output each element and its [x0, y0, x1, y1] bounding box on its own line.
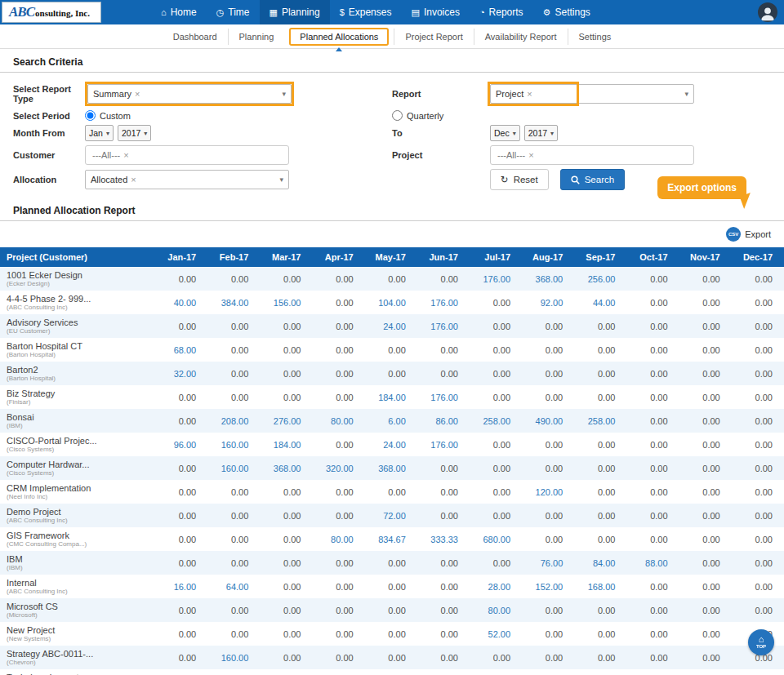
- remove-token-icon[interactable]: ×: [135, 89, 140, 99]
- allocation-value[interactable]: 76.00: [522, 551, 574, 575]
- allocation-value[interactable]: 256.00: [574, 267, 626, 291]
- allocation-value[interactable]: 176.00: [417, 433, 470, 456]
- allocation-value[interactable]: 52.00: [470, 622, 522, 646]
- allocation-value: 0.00: [155, 314, 207, 338]
- allocation-value[interactable]: 104.00: [365, 291, 417, 314]
- tab-planned-allocations[interactable]: Planned Allocations: [289, 28, 389, 46]
- allocation-value[interactable]: 92.00: [522, 291, 574, 314]
- allocation-value[interactable]: 384.00: [207, 291, 260, 314]
- table-row: CRM Implementation(Neel Info Inc)0.000.0…: [0, 480, 784, 504]
- allocation-value[interactable]: 176.00: [417, 385, 470, 409]
- tab-availability-report[interactable]: Availability Report: [474, 29, 568, 45]
- allocation-value[interactable]: 320.00: [312, 456, 364, 480]
- allocation-value[interactable]: 208.00: [207, 409, 260, 433]
- allocation-value[interactable]: 333.33: [417, 527, 470, 551]
- nav-item-settings[interactable]: ⚙Settings: [533, 0, 600, 24]
- allocation-value[interactable]: 312.00: [574, 669, 626, 675]
- allocation-value[interactable]: 80.00: [312, 527, 364, 551]
- allocation-value[interactable]: 24.00: [365, 314, 417, 338]
- allocation-value[interactable]: 834.67: [365, 527, 417, 551]
- allocation-value[interactable]: 40.00: [155, 291, 207, 314]
- tab-project-report[interactable]: Project Report: [394, 29, 473, 45]
- column-header: Dec-17: [732, 247, 784, 267]
- remove-token-icon[interactable]: ×: [527, 89, 532, 99]
- allocation-value[interactable]: 120.00: [522, 480, 574, 504]
- remove-token-icon[interactable]: ×: [528, 150, 533, 160]
- allocation-value[interactable]: 156.00: [260, 291, 312, 314]
- allocation-value[interactable]: 12.00: [470, 669, 522, 675]
- allocation-value: 0.00: [470, 291, 522, 314]
- remove-token-icon[interactable]: ×: [123, 150, 128, 160]
- allocation-value[interactable]: 168.00: [574, 575, 626, 598]
- tab-settings[interactable]: Settings: [568, 29, 622, 45]
- project-input[interactable]: ---All--- ×: [490, 145, 694, 165]
- allocation-value[interactable]: 80.00: [470, 598, 522, 622]
- allocation-value[interactable]: 160.00: [207, 456, 260, 480]
- tab-dashboard[interactable]: Dashboard: [163, 29, 228, 45]
- brand-logo[interactable]: ABC onsulting, Inc.: [2, 2, 101, 23]
- allocation-value[interactable]: 28.00: [470, 575, 522, 598]
- allocation-value[interactable]: 176.00: [470, 267, 522, 291]
- allocation-value[interactable]: 64.00: [207, 575, 260, 598]
- allocation-value[interactable]: 368.00: [260, 456, 312, 480]
- user-avatar[interactable]: [758, 2, 777, 22]
- allocation-value[interactable]: 184.00: [260, 433, 312, 456]
- allocation-value[interactable]: 84.00: [574, 551, 626, 575]
- allocation-value[interactable]: 68.00: [155, 338, 207, 362]
- period-quarterly-radio[interactable]: [392, 110, 403, 121]
- customer-input[interactable]: ---All--- ×: [85, 145, 289, 165]
- scroll-to-top-button[interactable]: ⌂ TOP: [748, 629, 774, 655]
- allocation-value[interactable]: 152.00: [522, 575, 574, 598]
- month-to-select[interactable]: Dec ▾: [490, 125, 520, 141]
- allocation-value[interactable]: 258.00: [470, 409, 522, 433]
- nav-item-planning[interactable]: ▦Planning: [260, 0, 330, 24]
- allocation-value[interactable]: 276.00: [260, 409, 312, 433]
- table-row: Microsoft CS(Microsoft)0.000.000.000.000…: [0, 598, 784, 622]
- search-button[interactable]: Search: [560, 169, 625, 190]
- allocation-value[interactable]: 32.00: [155, 362, 207, 385]
- table-row: Barton Hospital CT(Barton Hospital)68.00…: [0, 338, 784, 362]
- allocation-value[interactable]: 24.00: [365, 433, 417, 456]
- allocation-value[interactable]: 88.00: [626, 669, 679, 675]
- allocation-value[interactable]: 258.00: [574, 409, 626, 433]
- allocation-select[interactable]: Allocated × ▾: [85, 170, 289, 189]
- nav-item-reports[interactable]: ◔Reports: [470, 0, 533, 24]
- allocation-value[interactable]: 276.00: [522, 669, 574, 675]
- allocation-value[interactable]: 88.00: [679, 669, 732, 675]
- allocation-value[interactable]: 680.00: [470, 527, 522, 551]
- nav-item-time[interactable]: ◷Time: [207, 0, 260, 24]
- period-custom-radio[interactable]: [85, 110, 96, 121]
- allocation-value: 0.00: [732, 456, 784, 480]
- csv-export-button[interactable]: CSV Export: [726, 227, 771, 242]
- allocation-value[interactable]: 368.00: [522, 267, 574, 291]
- remove-token-icon[interactable]: ×: [131, 175, 136, 184]
- allocation-value: 0.00: [732, 480, 784, 504]
- report-select[interactable]: Project × ▾: [490, 84, 694, 104]
- nav-item-invoices[interactable]: ▤Invoices: [401, 0, 469, 24]
- allocation-value[interactable]: 16.00: [155, 575, 207, 598]
- allocation-value[interactable]: 176.00: [417, 314, 470, 338]
- allocation-value[interactable]: 44.00: [574, 291, 626, 314]
- allocation-value[interactable]: 176.00: [417, 291, 470, 314]
- allocation-value[interactable]: 160.00: [207, 646, 260, 669]
- reset-button[interactable]: ↻ Reset: [490, 169, 549, 190]
- table-row: Advisory Services(EU Customer)0.000.000.…: [0, 314, 784, 338]
- allocation-value[interactable]: 80.00: [312, 409, 364, 433]
- tab-planning[interactable]: Planning: [228, 29, 285, 45]
- allocation-value[interactable]: 184.00: [365, 385, 417, 409]
- year-to-select[interactable]: 2017 ▾: [524, 125, 558, 141]
- allocation-value[interactable]: 96.00: [155, 433, 207, 456]
- allocation-value[interactable]: 88.00: [626, 551, 679, 575]
- allocation-value[interactable]: 86.00: [417, 409, 470, 433]
- allocation-value[interactable]: 6.00: [365, 409, 417, 433]
- allocation-value: 0.00: [207, 385, 260, 409]
- nav-item-expenses[interactable]: $Expenses: [330, 0, 402, 24]
- year-from-select[interactable]: 2017 ▾: [118, 125, 151, 141]
- month-from-select[interactable]: Jan ▾: [85, 125, 114, 141]
- nav-item-home[interactable]: ⌂Home: [151, 0, 207, 24]
- report-type-select[interactable]: Summary × ▾: [87, 84, 292, 104]
- allocation-value[interactable]: 72.00: [365, 504, 417, 527]
- allocation-value[interactable]: 490.00: [522, 409, 574, 433]
- allocation-value[interactable]: 160.00: [207, 433, 260, 456]
- allocation-value[interactable]: 368.00: [365, 456, 417, 480]
